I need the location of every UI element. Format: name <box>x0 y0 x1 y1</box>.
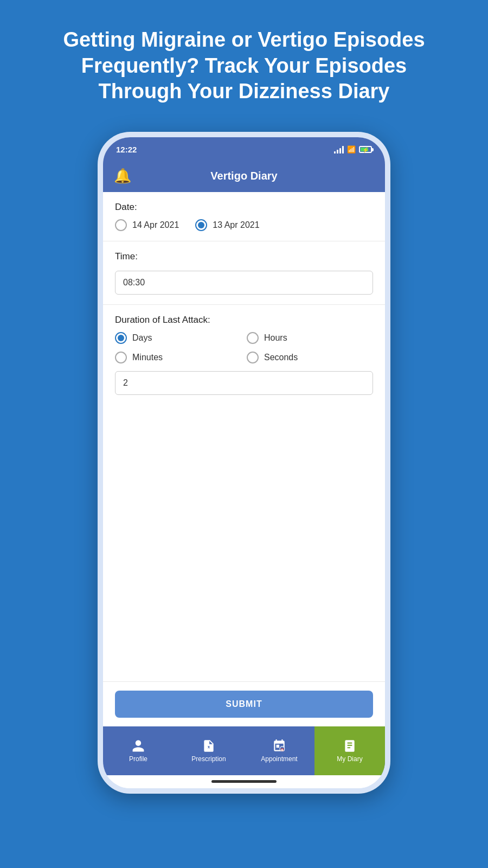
duration-option-hours[interactable]: Hours <box>247 332 373 344</box>
nav-item-profile[interactable]: Profile <box>103 726 174 775</box>
nav-item-prescription[interactable]: Prescription <box>174 726 244 775</box>
app-title: Vertigo Diary <box>210 170 277 182</box>
duration-option-days[interactable]: Days <box>115 332 241 344</box>
svg-text:⏰: ⏰ <box>280 747 284 751</box>
bell-icon[interactable]: 🔔 <box>114 168 131 184</box>
nav-label-appointment: Appointment <box>261 755 297 763</box>
duration-label-hours: Hours <box>264 333 287 343</box>
duration-grid: Days Hours Minutes <box>115 332 373 363</box>
time-input[interactable] <box>115 271 373 295</box>
date-section: Date: 14 Apr 2021 13 Apr 2021 <box>103 192 385 241</box>
duration-radio-days[interactable] <box>115 332 127 344</box>
date-option-1-label: 13 Apr 2021 <box>213 220 259 230</box>
duration-radio-seconds[interactable] <box>247 352 259 363</box>
bottom-nav: Profile Prescription ⏰ Appoin <box>103 726 385 775</box>
nav-item-appointment[interactable]: ⏰ Appointment <box>244 726 314 775</box>
nav-item-diary[interactable]: My Diary <box>314 726 385 775</box>
duration-label-minutes: Minutes <box>132 353 163 362</box>
wifi-icon: 📶 <box>347 145 356 154</box>
duration-label-days: Days <box>132 333 152 343</box>
person-icon <box>131 739 145 753</box>
home-indicator <box>103 775 385 788</box>
duration-label-seconds: Seconds <box>264 353 298 362</box>
date-radio-row: 14 Apr 2021 13 Apr 2021 <box>115 219 373 231</box>
status-icons: 📶 ⚡ <box>334 145 372 154</box>
date-label: Date: <box>115 202 373 213</box>
rx-icon <box>202 739 216 753</box>
phone-screen: 12:22 📶 ⚡ 🔔 Vertigo Diary <box>103 137 385 788</box>
submit-area: SUBMIT <box>103 681 385 726</box>
content-spacer <box>103 405 385 681</box>
duration-option-seconds[interactable]: Seconds <box>247 352 373 363</box>
time-label: Time: <box>115 251 373 262</box>
diary-icon <box>343 739 357 753</box>
date-radio-1[interactable] <box>195 219 207 231</box>
app-header: 🔔 Vertigo Diary <box>103 160 385 192</box>
time-section: Time: <box>103 241 385 305</box>
duration-label: Duration of Last Attack: <box>115 315 373 326</box>
app-content: Date: 14 Apr 2021 13 Apr 2021 <box>103 192 385 726</box>
phone-frame: 12:22 📶 ⚡ 🔔 Vertigo Diary <box>98 132 390 794</box>
date-option-1[interactable]: 13 Apr 2021 <box>195 219 259 231</box>
date-option-0-label: 14 Apr 2021 <box>132 220 179 230</box>
calendar-icon: ⏰ <box>272 739 286 753</box>
duration-value-input[interactable] <box>115 371 373 395</box>
status-time: 12:22 <box>116 145 137 154</box>
date-option-0[interactable]: 14 Apr 2021 <box>115 219 179 231</box>
duration-option-minutes[interactable]: Minutes <box>115 352 241 363</box>
battery-icon: ⚡ <box>359 146 372 153</box>
submit-button[interactable]: SUBMIT <box>115 691 373 718</box>
home-bar <box>211 780 277 783</box>
nav-label-diary: My Diary <box>337 755 362 763</box>
page-headline: Getting Migraine or Vertigo Episodes Fre… <box>0 0 488 121</box>
date-radio-0[interactable] <box>115 219 127 231</box>
duration-radio-hours[interactable] <box>247 332 259 344</box>
signal-icon <box>334 146 344 154</box>
nav-label-profile: Profile <box>129 755 147 763</box>
phone-mockup: 12:22 📶 ⚡ 🔔 Vertigo Diary <box>0 132 488 794</box>
duration-section: Duration of Last Attack: Days Hours <box>103 305 385 405</box>
status-bar: 12:22 📶 ⚡ <box>103 137 385 160</box>
nav-label-prescription: Prescription <box>191 755 226 763</box>
duration-radio-minutes[interactable] <box>115 352 127 363</box>
